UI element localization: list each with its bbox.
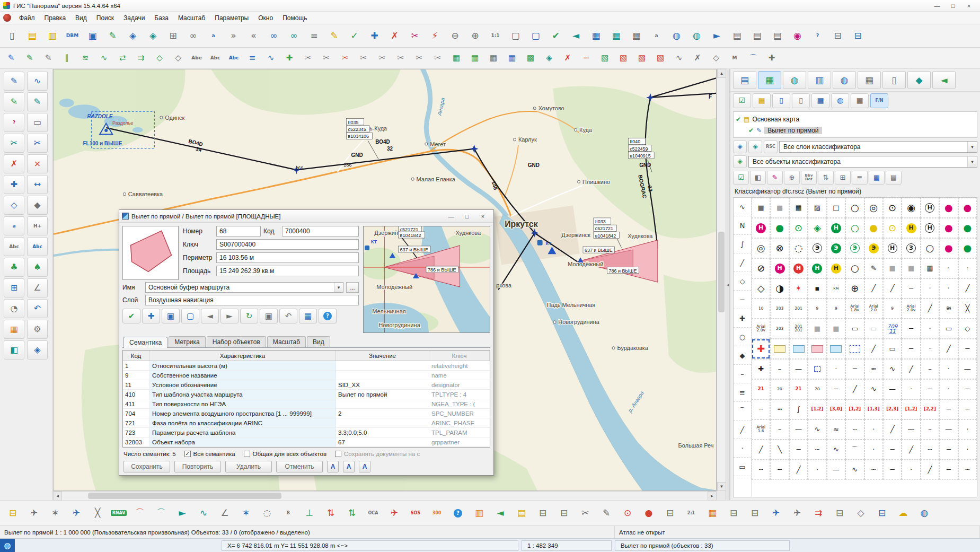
classifier-symbol[interactable]: ∿ (845, 460, 864, 480)
nodes-plus-button[interactable]: ✚ (763, 50, 781, 66)
classifier-symbol[interactable] (827, 339, 845, 359)
line-style-cell[interactable]: ○ (734, 328, 751, 346)
add-semantic-button[interactable]: ✚ (142, 309, 160, 323)
classifier-symbol[interactable]: ≋ (939, 299, 958, 319)
panel-tab-layer-list[interactable]: ▤ (733, 71, 756, 89)
merge-button[interactable]: ⇄ (113, 50, 131, 66)
split-arrows-button[interactable]: ⇅ (321, 503, 341, 523)
panel-tab-grid[interactable]: ▦ (858, 71, 881, 89)
fn-button[interactable]: F/N (870, 93, 888, 108)
delete-minus-button[interactable]: − (577, 50, 595, 66)
classifier-symbol[interactable]: — (902, 419, 920, 440)
db-yellow-button[interactable]: ⊟ (3, 503, 23, 523)
menu-item[interactable]: Масштаб (173, 12, 210, 24)
classifier-symbol[interactable]: ○ (845, 218, 864, 238)
label-m-button[interactable]: M (726, 50, 744, 66)
rotate-tool[interactable]: ↶ (27, 299, 48, 318)
add-node-button[interactable]: ✚ (280, 50, 298, 66)
cut-x-button[interactable]: ✂ (317, 50, 336, 66)
classifier-symbol[interactable]: ╳ (958, 299, 977, 319)
delete-button[interactable]: Удалить (225, 461, 272, 472)
rays-button[interactable]: ✶ (236, 503, 256, 523)
chevron-down-icon[interactable]: ▾ (334, 283, 343, 292)
classifier-symbol[interactable]: · (921, 278, 939, 299)
classifier-symbol[interactable]: ╱ (864, 339, 883, 359)
menu-item[interactable]: Вид (70, 12, 92, 24)
classifier-symbol[interactable]: ┄ (958, 460, 977, 480)
draw-pencil-button[interactable]: ✎ (2, 50, 20, 66)
layers-button[interactable]: ◈ (748, 141, 762, 153)
db-5-button[interactable]: ⊟ (745, 503, 765, 523)
plane-up-button[interactable]: ✈ (766, 503, 786, 523)
classifier-symbol[interactable]: · (958, 258, 977, 278)
print-button[interactable]: ▤ (727, 27, 747, 45)
help-cursor-button[interactable]: ? (808, 27, 827, 45)
tree-item-selected[interactable]: ✔ ✎ Вылет по прямой (748, 125, 975, 136)
classifier-symbol[interactable]: Arial 2.0 (864, 299, 883, 319)
semantic-value-cell[interactable]: 67 (336, 439, 429, 445)
grid-edit-button[interactable]: ▦ (447, 50, 465, 66)
globe-search-button[interactable]: ◍ (687, 27, 707, 45)
dialog-title-bar[interactable]: Вылет по прямой / Вылет по прямой [ПЛОЩА… (119, 210, 493, 223)
classifier-symbol[interactable]: ─ (958, 379, 977, 399)
previous-view-button[interactable]: ◄ (566, 27, 586, 45)
db-plane-button[interactable]: ⊟ (872, 503, 892, 523)
classifier-symbol[interactable]: ● (939, 198, 958, 218)
smooth-button[interactable]: ∿ (95, 50, 113, 66)
classifier-symbol[interactable]: ┄ (845, 419, 864, 440)
fit-frame-button[interactable]: ▢ (506, 27, 525, 45)
classifier-symbol[interactable]: ─ (902, 319, 920, 339)
classifier-symbol[interactable]: 709 11 (883, 319, 902, 339)
objects-dropdown[interactable]: Все объекты классификатора ▾ (748, 156, 977, 168)
classifier-symbol[interactable]: ╱ (921, 299, 939, 319)
classifier-symbol[interactable]: ─ (883, 460, 902, 480)
classifier-symbol[interactable]: ● (958, 198, 977, 218)
grid-edit-3-button[interactable]: ▦ (484, 50, 502, 66)
find-area-button[interactable]: ∞ (284, 27, 304, 45)
classifier-symbol[interactable]: · (939, 379, 958, 399)
curve-red-button[interactable]: ⌒ (130, 503, 150, 523)
semantic-row[interactable]: 1 Относительная высота (м) relativeheigh… (123, 361, 490, 371)
merge-objects-button[interactable]: ▧ (596, 50, 614, 66)
node-edit-tool[interactable]: ◇ (4, 196, 24, 215)
stretch-tool[interactable]: ↔ (27, 175, 48, 194)
classifier-page-add-button[interactable]: ▯ (772, 93, 790, 108)
classifier-symbol[interactable]: ╱ (845, 379, 864, 399)
layers-dropdown[interactable]: Все слои классификатора ▾ (779, 141, 977, 153)
color-grid-tool[interactable]: ▦ (4, 320, 24, 339)
classifier-symbol[interactable]: ≈ (864, 359, 883, 379)
classifier-symbol[interactable] (845, 339, 864, 359)
help-button[interactable]: ? (319, 309, 337, 323)
object-table-button[interactable]: ▦ (586, 27, 606, 45)
classifier-symbol[interactable]: ─ (789, 440, 808, 460)
classifier-symbol[interactable]: ◎ (752, 238, 770, 258)
classifier-symbol[interactable]: ◉ (902, 198, 920, 218)
classifier-symbol[interactable]: ─ (958, 339, 977, 359)
classifier-symbol[interactable]: ○ (845, 198, 864, 218)
select-add-button[interactable]: ✚ (365, 27, 384, 45)
t-up-button[interactable]: ⊥ (299, 503, 320, 523)
classifier-symbol[interactable]: ─ (939, 399, 958, 419)
select-confirm-button[interactable]: ✓ (345, 27, 364, 45)
classifier-symbol[interactable]: ─ (939, 460, 958, 480)
semantic-row[interactable]: 723 Параметры расчета шаблона 3.3;0.0;5.… (123, 428, 490, 437)
classifier-symbol[interactable]: · (864, 440, 883, 460)
select-cancel-button[interactable]: ✗ (385, 27, 404, 45)
abc-2-tool[interactable]: Abc (27, 237, 48, 256)
classifier-symbol[interactable]: Arial 1.6 (752, 419, 770, 440)
zoom-in-button[interactable]: ⊕ (465, 27, 485, 45)
all-semantics-checkbox[interactable]: ✓ Вся семантика (184, 451, 235, 457)
semantic-row[interactable]: 9 Собственное название name (123, 371, 490, 380)
object-properties-dialog[interactable]: Вылет по прямой / Вылет по прямой [ПЛОЩА… (119, 209, 494, 476)
cut-join-button[interactable]: ✂ (355, 50, 373, 66)
horizontal-scroll-track[interactable] (62, 492, 708, 500)
circle-dashed-button[interactable]: ◌ (257, 503, 277, 523)
db-dot-button[interactable]: ⊙ (617, 503, 638, 523)
eraser-tool[interactable]: ▭ (27, 113, 48, 132)
panel-tab-document[interactable]: ▯ (882, 71, 906, 89)
classifier-symbol[interactable]: 9 (883, 299, 902, 319)
routes-button[interactable]: ✈ (66, 503, 86, 523)
menu-item[interactable]: Задачи (119, 12, 149, 24)
classifier-symbol[interactable]: ✚ (752, 339, 770, 359)
semantic-value-cell[interactable]: SID_XX (336, 382, 429, 388)
